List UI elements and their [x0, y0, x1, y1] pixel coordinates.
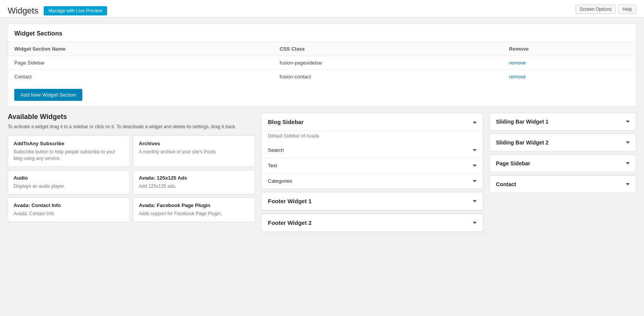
- widget-card[interactable]: AddToAny Subscribe Subscribe button to h…: [8, 136, 130, 167]
- bottom-area: Available Widgets To activate a widget d…: [0, 113, 644, 240]
- sidebar-widget-chevron-icon: [473, 165, 477, 167]
- page-header: Widgets Manage with Live Preview Screen …: [0, 0, 644, 17]
- remove-cell[interactable]: remove: [503, 70, 636, 84]
- right-sidebar-chevron-icon: [626, 121, 630, 123]
- blog-sidebar-subtitle: Default Sidebar of Avada: [262, 131, 483, 143]
- sidebar-widget-item[interactable]: Search: [262, 143, 483, 158]
- blog-sidebar-title: Blog Sidebar: [268, 119, 304, 125]
- right-sidebar-chevron-icon: [626, 141, 630, 144]
- remove-link[interactable]: remove: [509, 74, 526, 80]
- blog-sidebar-widgets: Search Text Categories: [262, 143, 483, 189]
- footer-widget-1-header[interactable]: Footer Widget 1: [262, 192, 483, 210]
- widget-card-desc: Displays an audio player.: [14, 183, 124, 190]
- right-sidebar-section: Contact: [489, 175, 636, 193]
- blog-sidebar-section: Blog Sidebar Default Sidebar of Avada Se…: [261, 113, 483, 189]
- widget-card[interactable]: Avada: Contact Info Avada: Contact Info: [8, 197, 130, 222]
- help-button[interactable]: Help: [618, 5, 636, 14]
- blog-sidebar-header[interactable]: Blog Sidebar: [262, 113, 483, 131]
- section-name-cell: Contact: [8, 70, 273, 84]
- blog-sidebar-chevron-icon: [473, 121, 477, 123]
- css-class-cell: fusion-contact: [273, 70, 503, 84]
- available-widgets-panel: Available Widgets To activate a widget d…: [8, 113, 255, 232]
- footer-widget-2-chevron-icon: [473, 222, 477, 224]
- right-sidebar-title: Contact: [496, 181, 516, 187]
- widget-card-desc: Avada: Contact Info: [14, 211, 124, 217]
- right-sidebar-section: Sliding Bar Widget 1: [489, 113, 636, 131]
- footer-widget-2-title: Footer Widget 2: [268, 219, 312, 226]
- top-right-buttons: Screen Options Help: [576, 5, 636, 17]
- widget-card-desc: Add 125x125 ads.: [139, 183, 249, 190]
- widget-card-title: Avada: Facebook Page Plugin: [139, 202, 249, 208]
- footer-widget-2-header[interactable]: Footer Widget 2: [262, 214, 483, 232]
- right-sidebar-header[interactable]: Sliding Bar Widget 2: [490, 134, 636, 151]
- widget-card-title: Avada: 125x125 Ads: [139, 175, 249, 181]
- available-widgets-title: Available Widgets: [8, 113, 255, 121]
- widget-card-title: AddToAny Subscribe: [14, 141, 124, 146]
- sidebar-widget-item[interactable]: Text: [262, 158, 483, 173]
- section-name-cell: Page Sidebar: [8, 56, 273, 70]
- sidebars-column: Blog Sidebar Default Sidebar of Avada Se…: [261, 113, 483, 232]
- right-sidebar-header[interactable]: Contact: [490, 176, 636, 193]
- right-sidebar-chevron-icon: [626, 162, 630, 165]
- widget-card-title: Archives: [139, 141, 249, 146]
- widget-card[interactable]: Archives A monthly archive of your site'…: [133, 136, 255, 167]
- right-sidebar-chevron-icon: [626, 183, 630, 185]
- remove-link[interactable]: remove: [509, 60, 526, 66]
- widget-card-title: Avada: Contact Info: [14, 202, 124, 208]
- right-sidebar-section: Page Sidebar: [489, 155, 636, 172]
- widget-sections-table: Widget Section Name CSS Class Remove Pag…: [8, 42, 636, 83]
- page-title: Widgets: [8, 6, 38, 16]
- col-header-css: CSS Class: [273, 42, 503, 56]
- sidebar-widget-chevron-icon: [473, 149, 477, 151]
- widget-card-title: Audio: [14, 175, 124, 181]
- manage-preview-button[interactable]: Manage with Live Preview: [44, 6, 107, 15]
- widget-sections-box: Widget Sections Widget Section Name CSS …: [8, 24, 636, 107]
- right-sidebar-title: Page Sidebar: [496, 160, 530, 166]
- widget-sections-title: Widget Sections: [8, 24, 636, 42]
- screen-options-button[interactable]: Screen Options: [576, 5, 616, 14]
- col-header-name: Widget Section Name: [8, 42, 273, 56]
- sidebar-widget-chevron-icon: [473, 180, 477, 182]
- table-row: Page Sidebar fusion-pagesidebar remove: [8, 56, 636, 70]
- widget-card[interactable]: Avada: Facebook Page Plugin Adds support…: [133, 197, 255, 222]
- widget-card-desc: A monthly archive of your site's Posts.: [139, 149, 249, 155]
- col-header-remove: Remove: [503, 42, 636, 56]
- widget-card-desc: Adds support for Facebook Page Plugin.: [139, 211, 249, 217]
- css-class-cell: fusion-pagesidebar: [273, 56, 503, 70]
- sidebar-widget-name: Search: [268, 147, 284, 153]
- sidebar-widget-item[interactable]: Categories: [262, 173, 483, 189]
- right-sidebar-section: Sliding Bar Widget 2: [489, 134, 636, 151]
- table-row: Contact fusion-contact remove: [8, 70, 636, 84]
- footer-widget-2-section: Footer Widget 2: [261, 214, 483, 232]
- right-sidebar-header[interactable]: Page Sidebar: [490, 155, 636, 172]
- available-widgets-desc: To activate a widget drag it to a sideba…: [8, 123, 255, 130]
- right-sidebar-title: Sliding Bar Widget 2: [496, 139, 549, 146]
- footer-widget-1-section: Footer Widget 1: [261, 192, 483, 211]
- sidebar-widget-name: Categories: [268, 178, 292, 184]
- sidebar-widget-name: Text: [268, 163, 277, 168]
- right-sidebar-title: Sliding Bar Widget 1: [496, 119, 549, 125]
- widget-grid: AddToAny Subscribe Subscribe button to h…: [8, 136, 255, 222]
- footer-widget-1-chevron-icon: [473, 200, 477, 202]
- add-widget-section-button[interactable]: Add New Widget Section: [14, 89, 82, 101]
- widget-card[interactable]: Avada: 125x125 Ads Add 125x125 ads.: [133, 170, 255, 195]
- widget-card-desc: Subscribe button to help people subscrib…: [14, 149, 124, 162]
- remove-cell[interactable]: remove: [503, 56, 636, 70]
- right-sidebar-header[interactable]: Sliding Bar Widget 1: [490, 113, 636, 130]
- right-column: Sliding Bar Widget 1 Sliding Bar Widget …: [489, 113, 636, 232]
- widget-card[interactable]: Audio Displays an audio player.: [8, 170, 130, 195]
- footer-widget-1-title: Footer Widget 1: [268, 198, 312, 204]
